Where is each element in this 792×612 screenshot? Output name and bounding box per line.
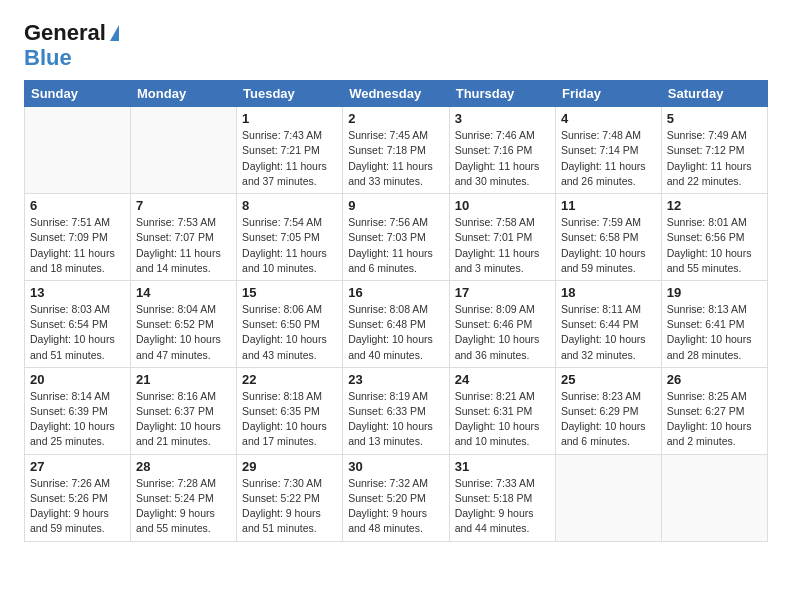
day-detail: Sunrise: 8:13 AM Sunset: 6:41 PM Dayligh… <box>667 302 762 363</box>
day-number: 9 <box>348 198 444 213</box>
calendar-cell: 13Sunrise: 8:03 AM Sunset: 6:54 PM Dayli… <box>25 280 131 367</box>
calendar-cell: 1Sunrise: 7:43 AM Sunset: 7:21 PM Daylig… <box>237 107 343 194</box>
day-number: 23 <box>348 372 444 387</box>
day-number: 21 <box>136 372 231 387</box>
calendar-cell: 17Sunrise: 8:09 AM Sunset: 6:46 PM Dayli… <box>449 280 555 367</box>
day-detail: Sunrise: 7:32 AM Sunset: 5:20 PM Dayligh… <box>348 476 444 537</box>
calendar-cell: 26Sunrise: 8:25 AM Sunset: 6:27 PM Dayli… <box>661 367 767 454</box>
day-number: 8 <box>242 198 337 213</box>
calendar-cell: 14Sunrise: 8:04 AM Sunset: 6:52 PM Dayli… <box>131 280 237 367</box>
day-detail: Sunrise: 7:43 AM Sunset: 7:21 PM Dayligh… <box>242 128 337 189</box>
calendar-cell: 24Sunrise: 8:21 AM Sunset: 6:31 PM Dayli… <box>449 367 555 454</box>
calendar-week-1: 1Sunrise: 7:43 AM Sunset: 7:21 PM Daylig… <box>25 107 768 194</box>
day-detail: Sunrise: 8:25 AM Sunset: 6:27 PM Dayligh… <box>667 389 762 450</box>
day-detail: Sunrise: 7:30 AM Sunset: 5:22 PM Dayligh… <box>242 476 337 537</box>
day-number: 4 <box>561 111 656 126</box>
calendar-week-4: 20Sunrise: 8:14 AM Sunset: 6:39 PM Dayli… <box>25 367 768 454</box>
day-number: 25 <box>561 372 656 387</box>
calendar-cell: 19Sunrise: 8:13 AM Sunset: 6:41 PM Dayli… <box>661 280 767 367</box>
calendar-week-5: 27Sunrise: 7:26 AM Sunset: 5:26 PM Dayli… <box>25 454 768 541</box>
calendar-cell: 6Sunrise: 7:51 AM Sunset: 7:09 PM Daylig… <box>25 194 131 281</box>
day-detail: Sunrise: 8:01 AM Sunset: 6:56 PM Dayligh… <box>667 215 762 276</box>
header-friday: Friday <box>555 81 661 107</box>
day-detail: Sunrise: 7:58 AM Sunset: 7:01 PM Dayligh… <box>455 215 550 276</box>
day-detail: Sunrise: 7:49 AM Sunset: 7:12 PM Dayligh… <box>667 128 762 189</box>
day-detail: Sunrise: 8:04 AM Sunset: 6:52 PM Dayligh… <box>136 302 231 363</box>
page-header: General Blue <box>24 20 768 70</box>
day-number: 12 <box>667 198 762 213</box>
day-detail: Sunrise: 8:03 AM Sunset: 6:54 PM Dayligh… <box>30 302 125 363</box>
day-number: 14 <box>136 285 231 300</box>
calendar-cell: 8Sunrise: 7:54 AM Sunset: 7:05 PM Daylig… <box>237 194 343 281</box>
header-sunday: Sunday <box>25 81 131 107</box>
day-number: 22 <box>242 372 337 387</box>
calendar-cell: 4Sunrise: 7:48 AM Sunset: 7:14 PM Daylig… <box>555 107 661 194</box>
calendar-cell: 21Sunrise: 8:16 AM Sunset: 6:37 PM Dayli… <box>131 367 237 454</box>
logo-blue: Blue <box>24 46 72 70</box>
day-number: 2 <box>348 111 444 126</box>
day-number: 1 <box>242 111 337 126</box>
logo-triangle-icon <box>110 25 119 41</box>
header-wednesday: Wednesday <box>343 81 450 107</box>
calendar-cell: 27Sunrise: 7:26 AM Sunset: 5:26 PM Dayli… <box>25 454 131 541</box>
day-detail: Sunrise: 7:53 AM Sunset: 7:07 PM Dayligh… <box>136 215 231 276</box>
calendar-cell <box>661 454 767 541</box>
day-detail: Sunrise: 8:21 AM Sunset: 6:31 PM Dayligh… <box>455 389 550 450</box>
calendar-cell: 2Sunrise: 7:45 AM Sunset: 7:18 PM Daylig… <box>343 107 450 194</box>
calendar-cell: 29Sunrise: 7:30 AM Sunset: 5:22 PM Dayli… <box>237 454 343 541</box>
calendar-cell: 11Sunrise: 7:59 AM Sunset: 6:58 PM Dayli… <box>555 194 661 281</box>
day-number: 16 <box>348 285 444 300</box>
day-detail: Sunrise: 8:19 AM Sunset: 6:33 PM Dayligh… <box>348 389 444 450</box>
header-monday: Monday <box>131 81 237 107</box>
day-detail: Sunrise: 8:11 AM Sunset: 6:44 PM Dayligh… <box>561 302 656 363</box>
calendar-header-row: SundayMondayTuesdayWednesdayThursdayFrid… <box>25 81 768 107</box>
day-detail: Sunrise: 8:08 AM Sunset: 6:48 PM Dayligh… <box>348 302 444 363</box>
day-number: 24 <box>455 372 550 387</box>
logo-general: General <box>24 20 119 45</box>
day-detail: Sunrise: 7:45 AM Sunset: 7:18 PM Dayligh… <box>348 128 444 189</box>
day-detail: Sunrise: 7:33 AM Sunset: 5:18 PM Dayligh… <box>455 476 550 537</box>
calendar-cell: 22Sunrise: 8:18 AM Sunset: 6:35 PM Dayli… <box>237 367 343 454</box>
calendar-cell: 28Sunrise: 7:28 AM Sunset: 5:24 PM Dayli… <box>131 454 237 541</box>
day-number: 18 <box>561 285 656 300</box>
logo-text: General <box>24 20 119 46</box>
calendar-cell <box>131 107 237 194</box>
calendar-table: SundayMondayTuesdayWednesdayThursdayFrid… <box>24 80 768 541</box>
day-number: 31 <box>455 459 550 474</box>
header-thursday: Thursday <box>449 81 555 107</box>
day-number: 15 <box>242 285 337 300</box>
calendar-week-3: 13Sunrise: 8:03 AM Sunset: 6:54 PM Dayli… <box>25 280 768 367</box>
day-number: 17 <box>455 285 550 300</box>
calendar-cell: 10Sunrise: 7:58 AM Sunset: 7:01 PM Dayli… <box>449 194 555 281</box>
calendar-cell <box>555 454 661 541</box>
day-number: 5 <box>667 111 762 126</box>
day-detail: Sunrise: 7:59 AM Sunset: 6:58 PM Dayligh… <box>561 215 656 276</box>
calendar-cell: 25Sunrise: 8:23 AM Sunset: 6:29 PM Dayli… <box>555 367 661 454</box>
calendar-cell: 3Sunrise: 7:46 AM Sunset: 7:16 PM Daylig… <box>449 107 555 194</box>
day-number: 30 <box>348 459 444 474</box>
day-detail: Sunrise: 8:18 AM Sunset: 6:35 PM Dayligh… <box>242 389 337 450</box>
day-detail: Sunrise: 7:48 AM Sunset: 7:14 PM Dayligh… <box>561 128 656 189</box>
calendar-cell: 18Sunrise: 8:11 AM Sunset: 6:44 PM Dayli… <box>555 280 661 367</box>
calendar-cell: 7Sunrise: 7:53 AM Sunset: 7:07 PM Daylig… <box>131 194 237 281</box>
calendar-cell: 23Sunrise: 8:19 AM Sunset: 6:33 PM Dayli… <box>343 367 450 454</box>
day-detail: Sunrise: 7:28 AM Sunset: 5:24 PM Dayligh… <box>136 476 231 537</box>
day-number: 27 <box>30 459 125 474</box>
calendar-week-2: 6Sunrise: 7:51 AM Sunset: 7:09 PM Daylig… <box>25 194 768 281</box>
calendar-cell: 5Sunrise: 7:49 AM Sunset: 7:12 PM Daylig… <box>661 107 767 194</box>
calendar-cell: 9Sunrise: 7:56 AM Sunset: 7:03 PM Daylig… <box>343 194 450 281</box>
day-detail: Sunrise: 7:46 AM Sunset: 7:16 PM Dayligh… <box>455 128 550 189</box>
day-number: 19 <box>667 285 762 300</box>
day-number: 28 <box>136 459 231 474</box>
day-number: 10 <box>455 198 550 213</box>
day-number: 20 <box>30 372 125 387</box>
day-detail: Sunrise: 7:54 AM Sunset: 7:05 PM Dayligh… <box>242 215 337 276</box>
day-detail: Sunrise: 8:09 AM Sunset: 6:46 PM Dayligh… <box>455 302 550 363</box>
day-number: 11 <box>561 198 656 213</box>
calendar-cell: 30Sunrise: 7:32 AM Sunset: 5:20 PM Dayli… <box>343 454 450 541</box>
day-detail: Sunrise: 8:16 AM Sunset: 6:37 PM Dayligh… <box>136 389 231 450</box>
day-detail: Sunrise: 8:14 AM Sunset: 6:39 PM Dayligh… <box>30 389 125 450</box>
day-number: 6 <box>30 198 125 213</box>
calendar-cell <box>25 107 131 194</box>
day-number: 29 <box>242 459 337 474</box>
